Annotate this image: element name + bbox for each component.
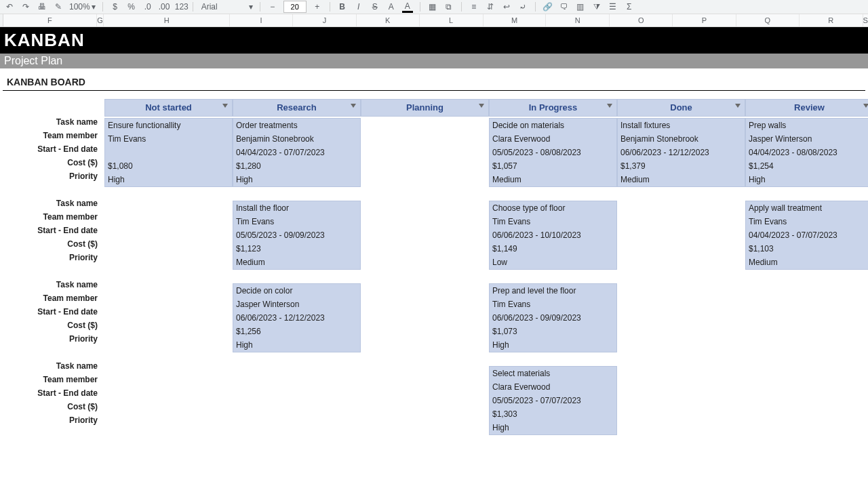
kanban-card[interactable]: Prep and level the floorTim Evans06/06/2… xyxy=(489,283,617,352)
percent-icon[interactable]: % xyxy=(126,2,137,12)
font-size-input[interactable] xyxy=(283,1,307,13)
fill-color-icon[interactable]: A xyxy=(402,1,413,13)
functions-icon[interactable]: Σ xyxy=(624,2,635,12)
chevron-down-icon[interactable] xyxy=(863,104,868,108)
col-header[interactable]: J xyxy=(293,14,357,26)
card-dates xyxy=(746,394,868,407)
merge-icon[interactable]: ⧉ xyxy=(443,2,454,12)
card-dates xyxy=(233,394,360,407)
col-header[interactable]: R xyxy=(800,14,863,26)
row-label: Task name xyxy=(0,115,104,129)
col-header[interactable]: P xyxy=(673,14,736,26)
kanban-card[interactable]: Order treatmentsBenjamin Stonebrook04/04… xyxy=(233,118,361,187)
card-priority xyxy=(746,421,868,434)
paint-format-icon[interactable]: ✎ xyxy=(53,2,64,12)
v-align-icon[interactable]: ⇵ xyxy=(485,2,496,12)
chevron-down-icon[interactable] xyxy=(351,104,356,108)
col-header[interactable]: G xyxy=(97,14,104,26)
col-header[interactable]: K xyxy=(357,14,420,26)
kanban-card-empty xyxy=(745,283,868,352)
status-header[interactable]: In Progress xyxy=(489,99,617,117)
number-format-label[interactable]: 123 xyxy=(175,2,186,12)
card-dates: 04/04/2023 - 08/08/2023 xyxy=(746,146,868,159)
chevron-down-icon[interactable]: ▾ xyxy=(249,2,253,12)
text-color-icon[interactable]: A xyxy=(386,2,397,12)
col-header[interactable]: S xyxy=(863,14,868,26)
col-header[interactable]: H xyxy=(104,14,230,26)
redo-icon[interactable]: ↷ xyxy=(20,2,31,12)
row-label: Task name xyxy=(0,197,104,210)
bold-button[interactable]: B xyxy=(337,2,348,12)
kanban-card[interactable]: Decide on materialsClara Everwood05/05/2… xyxy=(489,118,617,187)
col-header[interactable]: I xyxy=(230,14,293,26)
kanban-card[interactable]: Install fixturesBenjamin Stonebrook06/06… xyxy=(617,118,745,187)
status-header[interactable]: Review xyxy=(745,99,868,117)
status-label: Research xyxy=(277,102,317,113)
italic-button[interactable]: I xyxy=(353,2,364,12)
status-header[interactable]: Done xyxy=(617,99,745,117)
card-cost: $1,103 xyxy=(746,242,868,256)
card-task: Ensure functionallity xyxy=(105,119,232,132)
col-header[interactable]: L xyxy=(420,14,484,26)
rotate-icon[interactable]: ⤾ xyxy=(517,2,528,12)
kanban-card[interactable]: Select materialsClara Everwood05/05/2023… xyxy=(489,366,617,435)
card-dates: 04/04/2023 - 07/07/2023 xyxy=(746,228,868,242)
comment-icon[interactable]: 🗨 xyxy=(559,2,570,12)
kanban-card[interactable]: Ensure functionallityTim Evans$1,080High xyxy=(104,118,233,187)
filter-views-icon[interactable]: ☰ xyxy=(608,2,618,12)
card-task xyxy=(618,367,745,380)
card-priority xyxy=(105,338,232,352)
zoom-select[interactable]: 100% ▾ xyxy=(69,2,96,12)
col-header[interactable]: O xyxy=(610,14,673,26)
kanban-column: ReviewPrep wallsJasper Winterson04/04/20… xyxy=(745,99,868,449)
chevron-down-icon[interactable] xyxy=(222,104,228,108)
row-label: Cost ($) xyxy=(0,319,104,332)
decrease-decimal-icon[interactable]: .0 xyxy=(142,2,153,12)
status-header[interactable]: Research xyxy=(233,99,361,117)
col-header[interactable]: Q xyxy=(736,14,800,26)
kanban-card-empty xyxy=(617,283,745,352)
status-header[interactable]: Planning xyxy=(361,99,489,117)
card-priority: High xyxy=(490,338,616,352)
kanban-card[interactable]: Apply wall treatmentTim Evans04/04/2023 … xyxy=(745,201,868,270)
row-labels-block: Task nameTeam memberStart - End dateCost… xyxy=(0,197,104,264)
filter-icon[interactable]: ⧩ xyxy=(591,2,602,12)
strike-button[interactable]: S xyxy=(370,2,380,12)
col-header[interactable]: M xyxy=(484,14,547,26)
kanban-card[interactable]: Choose type of floorTim Evans06/06/2023 … xyxy=(489,201,617,270)
toolbar: ↶ ↷ 🖶 ✎ 100% ▾ $ % .0 .00 123 ▾ − + B I … xyxy=(0,0,868,14)
increase-decimal-icon[interactable]: .00 xyxy=(159,2,170,12)
chart-icon[interactable]: ▥ xyxy=(575,2,586,12)
card-member xyxy=(618,298,745,311)
card-task xyxy=(105,201,232,215)
wrap-icon[interactable]: ↩ xyxy=(501,2,512,12)
font-name-select[interactable] xyxy=(200,1,243,12)
card-dates: 06/06/2023 - 10/10/2023 xyxy=(490,228,616,242)
chevron-down-icon[interactable] xyxy=(735,104,741,108)
currency-icon[interactable]: $ xyxy=(110,2,121,12)
card-member xyxy=(618,215,745,228)
kanban-column: Planning xyxy=(361,99,489,449)
card-cost: $1,073 xyxy=(490,325,616,338)
increase-font-icon[interactable]: + xyxy=(312,2,323,12)
card-cost: $1,080 xyxy=(105,159,232,173)
kanban-card[interactable]: Decide on colorJasper Winterson06/06/202… xyxy=(233,283,361,352)
col-header[interactable]: F xyxy=(3,14,97,26)
chevron-down-icon[interactable] xyxy=(607,104,612,108)
col-header[interactable]: N xyxy=(546,14,610,26)
chevron-down-icon[interactable] xyxy=(479,104,484,108)
print-icon[interactable]: 🖶 xyxy=(37,2,47,12)
kanban-card[interactable]: Prep wallsJasper Winterson04/04/2023 - 0… xyxy=(745,118,868,187)
status-header[interactable]: Not started xyxy=(104,99,233,117)
card-dates xyxy=(105,394,232,407)
undo-icon[interactable]: ↶ xyxy=(4,2,15,12)
row-label: Team member xyxy=(0,129,104,142)
decrease-font-icon[interactable]: − xyxy=(267,2,278,12)
link-icon[interactable]: 🔗 xyxy=(542,2,553,12)
borders-icon[interactable]: ▦ xyxy=(427,2,438,12)
status-label: Review xyxy=(794,102,825,113)
kanban-card[interactable]: Install the floorTim Evans05/05/2023 - 0… xyxy=(233,201,361,270)
page-title: KANBAN xyxy=(0,27,868,54)
h-align-icon[interactable]: ≡ xyxy=(469,2,479,12)
kanban-card-empty xyxy=(361,201,489,270)
